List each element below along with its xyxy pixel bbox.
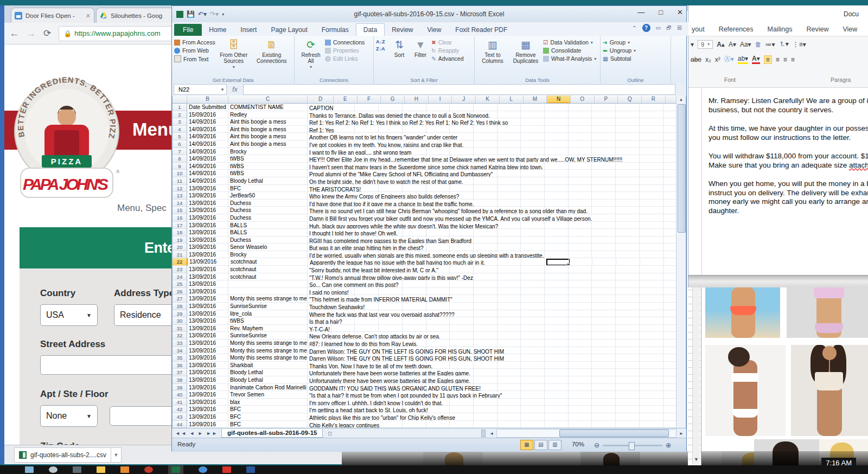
row-header-2[interactable]: 2 — [173, 111, 187, 119]
font-name-caret[interactable]: ▾ — [691, 41, 694, 48]
cell-date[interactable]: Date Submitted — [187, 104, 228, 111]
consolidate-button[interactable]: Consolidate — [543, 47, 596, 54]
row-header-20[interactable]: 20 — [173, 244, 187, 251]
row-header-12[interactable]: 12 — [173, 185, 187, 193]
cell-caption[interactable]: #87: I learned how to do this from Ray L… — [308, 340, 677, 347]
task-view-icon[interactable] — [73, 466, 81, 473]
bullets-icon[interactable]: ≔▾ — [765, 41, 775, 48]
cell-caption[interactable]: Unfortunately there have been worse batt… — [308, 369, 677, 376]
column-header-B[interactable]: B — [187, 95, 228, 103]
formula-bar[interactable] — [243, 84, 675, 95]
row-header-43[interactable]: 43 — [173, 413, 187, 421]
download-item[interactable]: gif-quotes-all-subs-2....csv — [14, 447, 111, 463]
cell-date[interactable]: 14/09/2016 — [187, 177, 228, 185]
row-header-37[interactable]: 37 — [173, 369, 187, 376]
column-header-I[interactable]: I — [429, 95, 452, 103]
orange-app-icon[interactable] — [120, 466, 129, 473]
maximize-icon[interactable]: □ — [659, 8, 663, 16]
group-button[interactable]: ➜Group▾ — [603, 39, 668, 46]
cell-date[interactable]: 13/09/2016 — [187, 384, 228, 392]
cell-date[interactable]: 13/09/2016 — [187, 303, 228, 310]
cell-commentist[interactable]: tWBS — [228, 163, 308, 170]
photo-orange-bikini[interactable] — [705, 287, 780, 338]
align-right-icon[interactable]: ≡ — [783, 56, 787, 63]
row-header-25[interactable]: 25 — [173, 280, 187, 288]
subtotal-button[interactable]: ▦Subtotal — [603, 55, 668, 62]
select-all-corner[interactable] — [173, 95, 187, 103]
cell-caption[interactable]: I said no onions! — [308, 288, 677, 296]
apt-select[interactable]: None▼ — [40, 405, 98, 427]
subscript-icon[interactable]: x₂ — [705, 56, 711, 63]
minimize-icon[interactable]: — — [637, 8, 644, 16]
cell-caption[interactable]: Athletic plays like this are too "urban"… — [308, 413, 677, 421]
vertical-scrollbar[interactable]: ▲ — [676, 95, 686, 428]
row-header-33[interactable]: 33 — [173, 340, 187, 347]
cell-caption[interactable]: "Is that a hair? It must be from when I … — [308, 391, 677, 399]
cell-date[interactable]: 13/09/2016 — [187, 273, 228, 281]
cell-date[interactable]: 14/09/2016 — [187, 133, 228, 140]
cell-caption[interactable]: I thought I told her to shave! Oh well. — [308, 229, 677, 236]
cell-commentist[interactable]: Duchess — [228, 200, 308, 207]
row-header-22[interactable]: 22 — [173, 258, 188, 266]
scroll-left-icon[interactable]: ◄ — [487, 431, 496, 436]
cell-caption[interactable]: CAPTION — [308, 104, 677, 111]
vertical-scroll-thumb[interactable] — [678, 104, 686, 233]
cell-commentist[interactable]: JerBear50 — [228, 192, 308, 200]
row-header-15[interactable]: 15 — [173, 207, 187, 214]
from-text-button[interactable]: From Text — [174, 55, 215, 62]
row-header-4[interactable]: 4 — [173, 126, 187, 133]
workbook-minimize-icon[interactable]: ▭ — [656, 25, 661, 31]
cell-caption[interactable]: "This helmet is made from INFERIOR MATER… — [308, 295, 677, 303]
cell-date[interactable]: 13/09/2016 — [187, 214, 228, 222]
row-header-1[interactable]: 1 — [173, 104, 187, 111]
row-header-3[interactable]: 3 — [173, 118, 187, 126]
forward-icon[interactable]: → — [27, 28, 36, 39]
text-effects-icon[interactable]: Ⓐ▾ — [724, 55, 734, 64]
column-header-L[interactable]: L — [500, 95, 524, 103]
start-button[interactable] — [25, 466, 34, 473]
cell-commentist[interactable]: tWBS — [228, 317, 308, 325]
column-header-D[interactable]: D — [308, 95, 334, 103]
cell-caption[interactable]: New Orleans defense. Can't stop attacks … — [308, 332, 677, 340]
column-header-R[interactable]: R — [642, 95, 666, 103]
from-web-button[interactable]: From Web — [174, 47, 215, 54]
from-other-sources-button[interactable]: 🗄From Other Sources▾ — [215, 38, 252, 76]
cell-date[interactable]: 13/09/2016 — [187, 406, 228, 413]
horizontal-scroll-thumb[interactable] — [559, 430, 669, 437]
row-header-34[interactable]: 34 — [173, 347, 187, 355]
cell-commentist[interactable]: Monty this seems strange to me — [228, 347, 308, 355]
cell-date[interactable]: 15/09/2016 — [187, 111, 228, 119]
tab-file[interactable]: File — [174, 24, 202, 36]
cell-date[interactable]: 13/09/2016 — [187, 317, 228, 325]
cell-caption[interactable]: I'm getting a head start back to St. Lou… — [308, 406, 677, 413]
tab-insert[interactable]: Insert — [233, 24, 264, 36]
row-header-40[interactable]: 40 — [173, 391, 187, 399]
tab-review[interactable]: Review — [385, 24, 420, 36]
cell-commentist[interactable]: Monty this seems strange to me — [228, 295, 308, 303]
cell-caption[interactable]: "Sorry buddy, not the least bit interest… — [308, 266, 677, 273]
page-break-view-button[interactable]: ▥ — [548, 440, 561, 450]
row-header-41[interactable]: 41 — [173, 399, 187, 406]
cell-commentist[interactable]: Sharkbait — [228, 362, 308, 369]
remove-duplicates-button[interactable]: ▦Remove Duplicates — [508, 38, 543, 76]
clear-button[interactable]: ✖Clear — [431, 39, 464, 46]
row-header-16[interactable]: 16 — [173, 214, 187, 222]
download-caret-icon[interactable]: ▼ — [111, 447, 122, 463]
cell-date[interactable]: 13/09/2016 — [187, 310, 228, 318]
cell-date[interactable]: 13/09/2016 — [187, 222, 228, 229]
workbook-close-icon[interactable]: ☒ — [677, 25, 682, 31]
cell-caption[interactable]: Damn it Bill first you forget your biker… — [308, 214, 677, 222]
normal-view-button[interactable]: ▦ — [520, 440, 533, 450]
edit-links-button[interactable]: Edit Links — [325, 55, 365, 62]
cell-commentist[interactable]: tWBS — [228, 155, 308, 163]
row-header-26[interactable]: 26 — [173, 288, 187, 296]
tab-page-layout[interactable]: Page Layout — [264, 24, 314, 36]
cell-commentist[interactable]: tWBS — [228, 170, 308, 177]
cell-commentist[interactable]: scotchnaut — [228, 266, 308, 273]
photo-floral-bikini[interactable] — [787, 287, 868, 338]
align-left-icon[interactable]: ≡ — [764, 55, 772, 64]
cell-caption[interactable]: Touchdown Seahawks! — [308, 303, 677, 310]
cell-date[interactable]: 13/09/2016 — [187, 251, 228, 259]
cell-caption[interactable]: I'd be worried, usually when signals are… — [308, 251, 677, 259]
cell-commentist[interactable]: BFC — [228, 413, 308, 421]
